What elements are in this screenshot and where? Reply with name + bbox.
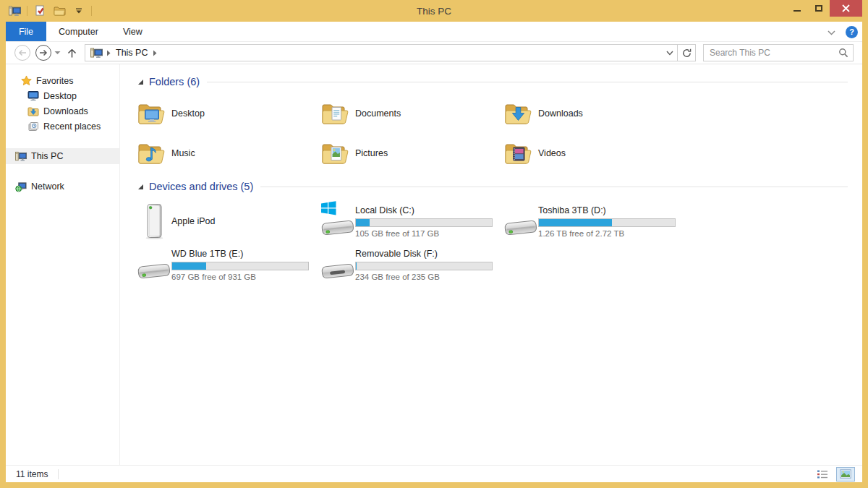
recent-locations-dropdown[interactable] bbox=[54, 51, 61, 55]
sidebar-item-favorites[interactable]: Favorites bbox=[6, 73, 119, 88]
tab-file[interactable]: File bbox=[6, 22, 46, 41]
navigation-pane: Favorites Desktop Downloads bbox=[6, 64, 120, 465]
ribbon-tab-bar: File Computer View ? bbox=[6, 22, 862, 42]
address-dropdown-button[interactable] bbox=[663, 45, 677, 61]
group-header-folders[interactable]: Folders (6) bbox=[137, 74, 848, 90]
group-header-devices[interactable]: Devices and drives (5) bbox=[137, 179, 848, 194]
downloads-folder-icon bbox=[504, 101, 533, 126]
group-rule bbox=[207, 82, 848, 82]
collapse-triangle-icon bbox=[137, 184, 144, 190]
folder-name: Pictures bbox=[355, 148, 388, 158]
group-header-label: Folders (6) bbox=[149, 76, 200, 87]
window-frame: File Computer View ? bbox=[0, 22, 868, 488]
recent-places-icon bbox=[27, 121, 39, 132]
forward-button[interactable] bbox=[35, 45, 51, 61]
search-input[interactable] bbox=[704, 48, 838, 58]
drive-tile-apple-ipod[interactable]: Apple iPod bbox=[137, 201, 321, 241]
folder-tile-documents[interactable]: Documents bbox=[321, 93, 504, 133]
tab-computer[interactable]: Computer bbox=[46, 22, 111, 41]
capacity-bar bbox=[355, 262, 493, 270]
capacity-bar-fill bbox=[539, 219, 612, 226]
folders-grid: Desktop Documents Downloads Music bbox=[137, 93, 848, 173]
drive-tile-toshiba-d[interactable]: Toshiba 3TB (D:) 1.26 TB free of 2.72 TB bbox=[504, 201, 688, 241]
close-button[interactable] bbox=[830, 0, 862, 17]
window-controls bbox=[786, 0, 862, 17]
sidebar-item-recent-places[interactable]: Recent places bbox=[6, 119, 119, 134]
collapse-triangle-icon bbox=[137, 79, 144, 85]
sidebar-item-desktop[interactable]: Desktop bbox=[6, 88, 119, 103]
folder-tile-desktop[interactable]: Desktop bbox=[137, 93, 321, 133]
folder-tile-music[interactable]: Music bbox=[137, 133, 321, 173]
expand-ribbon-chevron-icon[interactable] bbox=[827, 25, 835, 38]
capacity-bar-fill bbox=[172, 262, 206, 270]
windows-logo-icon bbox=[321, 201, 336, 215]
up-arrow-icon bbox=[67, 48, 77, 59]
toolbar-separator bbox=[27, 6, 27, 16]
folder-tile-pictures[interactable]: Pictures bbox=[321, 133, 504, 173]
folder-name: Videos bbox=[538, 148, 566, 158]
navigation-bar: This PC bbox=[6, 42, 862, 64]
sidebar-item-this-pc[interactable]: This PC bbox=[6, 148, 119, 164]
network-icon bbox=[15, 181, 27, 192]
items-count: 11 items bbox=[16, 469, 48, 479]
address-bar[interactable]: This PC bbox=[85, 44, 678, 61]
breadcrumb-arrow-icon[interactable] bbox=[153, 50, 157, 56]
sidebar-label: This PC bbox=[31, 151, 63, 161]
capacity-bar bbox=[355, 218, 493, 227]
tab-view[interactable]: View bbox=[111, 22, 155, 41]
breadcrumb-this-pc[interactable]: This PC bbox=[114, 48, 149, 58]
properties-button[interactable] bbox=[33, 4, 47, 18]
ipod-device-icon bbox=[142, 202, 166, 240]
drive-name: WD Blue 1TB (E:) bbox=[171, 249, 309, 260]
sidebar-item-downloads[interactable]: Downloads bbox=[6, 103, 119, 119]
drive-tile-wd-blue-e[interactable]: WD Blue 1TB (E:) 697 GB free of 931 GB bbox=[137, 244, 321, 285]
group-header-label: Devices and drives (5) bbox=[149, 181, 253, 192]
sidebar-label: Favorites bbox=[36, 76, 73, 86]
explorer-window: This PC File Computer View ? bbox=[0, 0, 868, 488]
refresh-icon bbox=[682, 48, 692, 58]
close-icon bbox=[842, 4, 850, 12]
downloads-folder-icon bbox=[27, 106, 39, 117]
music-folder-icon bbox=[137, 141, 166, 166]
new-folder-button[interactable] bbox=[52, 4, 67, 18]
thumbnails-view-button[interactable] bbox=[836, 467, 855, 481]
help-button[interactable]: ? bbox=[846, 26, 858, 38]
this-pc-breadcrumb-icon bbox=[90, 48, 103, 59]
up-button[interactable] bbox=[67, 48, 77, 59]
status-separator bbox=[58, 469, 59, 479]
quick-access-toolbar bbox=[7, 2, 92, 20]
devices-grid: Apple iPod Local Disk (C:) 105 GB free o… bbox=[137, 201, 848, 285]
capacity-bar-fill bbox=[356, 219, 370, 226]
sidebar-item-network[interactable]: Network bbox=[6, 179, 119, 194]
star-icon bbox=[20, 75, 32, 87]
free-space-text: 105 GB free of 117 GB bbox=[355, 229, 493, 238]
drive-tile-local-disk-c[interactable]: Local Disk (C:) 105 GB free of 117 GB bbox=[321, 201, 504, 241]
folder-tile-videos[interactable]: Videos bbox=[504, 133, 688, 173]
drive-tile-removable-f[interactable]: Removable Disk (F:) 234 GB free of 235 G… bbox=[321, 244, 504, 285]
maximize-button[interactable] bbox=[808, 0, 830, 17]
thumbnails-view-icon bbox=[840, 469, 851, 479]
pictures-folder-icon bbox=[321, 141, 350, 166]
search-icon[interactable] bbox=[838, 48, 848, 58]
removable-drive-icon bbox=[321, 254, 355, 282]
folder-tile-downloads[interactable]: Downloads bbox=[504, 93, 688, 133]
this-pc-icon bbox=[15, 150, 27, 162]
minimize-button[interactable] bbox=[786, 0, 808, 17]
refresh-button[interactable] bbox=[678, 44, 696, 61]
capacity-bar bbox=[538, 218, 676, 227]
sidebar-label: Recent places bbox=[43, 121, 101, 132]
free-space-text: 1.26 TB free of 2.72 TB bbox=[538, 229, 676, 238]
folder-name: Desktop bbox=[171, 108, 205, 119]
drive-name: Removable Disk (F:) bbox=[355, 249, 493, 260]
customize-toolbar-chevron-icon[interactable] bbox=[72, 4, 86, 18]
breadcrumb-arrow-icon bbox=[106, 50, 111, 56]
group-rule bbox=[260, 187, 848, 187]
folder-name: Downloads bbox=[538, 108, 583, 119]
forward-arrow-icon bbox=[39, 49, 48, 56]
back-arrow-icon bbox=[18, 49, 27, 56]
search-box bbox=[703, 44, 854, 61]
details-view-button[interactable] bbox=[813, 467, 832, 481]
back-button[interactable] bbox=[14, 45, 30, 61]
free-space-text: 697 GB free of 931 GB bbox=[171, 273, 309, 281]
hard-drive-icon bbox=[137, 254, 171, 282]
